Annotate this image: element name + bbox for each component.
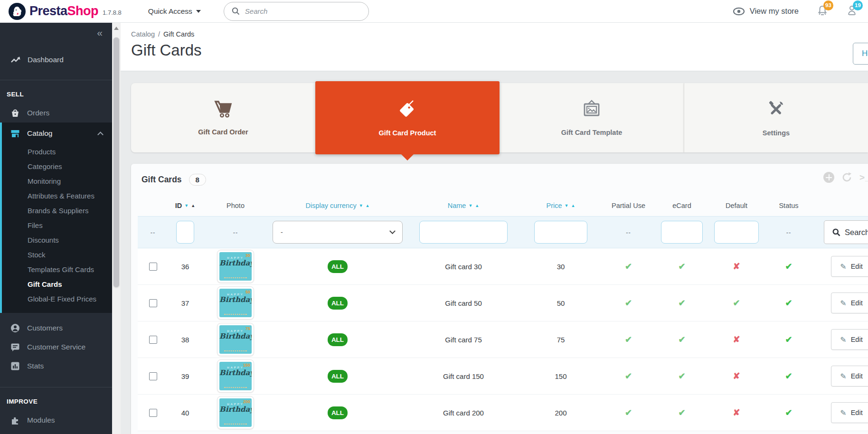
column-header-name[interactable]: Name ▼ ▲ bbox=[406, 202, 520, 209]
sidebar-item-stats[interactable]: Stats bbox=[0, 357, 112, 376]
tab-label: Gift Card Order bbox=[198, 128, 248, 136]
photo-value: 150 bbox=[243, 363, 250, 368]
sort-desc-icon[interactable]: ▼ bbox=[184, 203, 189, 208]
photo-text: Birthday bbox=[219, 406, 252, 413]
filter-price-input[interactable] bbox=[534, 221, 587, 244]
ecard-check-icon: ✔ bbox=[678, 298, 685, 308]
row-checkbox[interactable] bbox=[149, 299, 157, 307]
column-header-currency[interactable]: Display currency ▼ ▲ bbox=[269, 202, 406, 209]
sort-desc-icon[interactable]: ▼ bbox=[565, 203, 569, 208]
chevron-down-icon bbox=[196, 10, 201, 13]
sort-asc-icon[interactable]: ▲ bbox=[571, 203, 576, 208]
status-check-icon[interactable]: ✔ bbox=[785, 371, 792, 381]
store-icon bbox=[10, 129, 20, 138]
sidebar-item-attributes-features[interactable]: Attributes & Features bbox=[2, 189, 112, 203]
tab-gift-card-order[interactable]: Gift Card Order bbox=[131, 83, 315, 152]
sidebar-item-brands-suppliers[interactable]: Brands & Suppliers bbox=[2, 203, 112, 218]
sort-asc-icon[interactable]: ▲ bbox=[475, 203, 479, 208]
filter-id-input[interactable] bbox=[176, 221, 194, 244]
sidebar-item-label: Stats bbox=[27, 362, 44, 370]
edit-label: Edit bbox=[851, 372, 863, 380]
filter-name-input[interactable] bbox=[419, 221, 508, 244]
sidebar-item-customers[interactable]: Customers bbox=[0, 319, 112, 338]
search-button[interactable]: Search bbox=[824, 220, 868, 244]
column-label: eCard bbox=[672, 202, 691, 209]
sidebar-item-label: Modules bbox=[27, 416, 55, 425]
edit-button[interactable]: ✎Edit bbox=[831, 292, 868, 313]
global-search[interactable] bbox=[224, 2, 369, 21]
sort-asc-icon[interactable]: ▲ bbox=[191, 203, 195, 208]
sort-asc-icon[interactable]: ▲ bbox=[366, 203, 370, 208]
row-checkbox[interactable] bbox=[149, 336, 157, 344]
account-button[interactable]: 19 bbox=[846, 5, 858, 18]
puzzle-icon bbox=[10, 415, 20, 425]
breadcrumb: Catalog/Gift Cards bbox=[131, 30, 868, 38]
refresh-icon[interactable] bbox=[841, 171, 853, 183]
view-my-store-link[interactable]: View my store bbox=[733, 7, 799, 16]
table-filter-row: -- -- - -- -- Search bbox=[138, 216, 868, 248]
sort-desc-icon[interactable]: ▼ bbox=[359, 203, 363, 208]
sidebar-item-catalog[interactable]: Catalog bbox=[2, 123, 112, 144]
sql-query-icon[interactable]: >_ bbox=[859, 172, 868, 183]
sidebar-item-modules[interactable]: Modules bbox=[0, 411, 112, 430]
column-header-price[interactable]: Price ▼ ▲ bbox=[520, 202, 601, 209]
tab-label: Gift Card Template bbox=[561, 129, 623, 136]
sort-desc-icon[interactable]: ▼ bbox=[468, 203, 472, 208]
search-input[interactable] bbox=[245, 7, 349, 15]
edit-button[interactable]: ✎Edit bbox=[831, 256, 868, 277]
filter-default-input[interactable] bbox=[714, 221, 759, 244]
sidebar-item-templates-gift-cards[interactable]: Templates Gift Cards bbox=[2, 262, 112, 277]
sidebar-item-stock[interactable]: Stock bbox=[2, 247, 112, 262]
panel-header: Gift Cards 8 >_ bbox=[131, 164, 868, 189]
status-check-icon[interactable]: ✔ bbox=[785, 261, 792, 272]
cell-name: Gift card 50 bbox=[406, 299, 520, 307]
tab-settings[interactable]: Settings bbox=[684, 83, 868, 152]
pencil-icon: ✎ bbox=[840, 408, 846, 417]
scrollbar-thumb[interactable] bbox=[113, 37, 120, 288]
sidebar-item-orders[interactable]: Orders bbox=[0, 104, 112, 123]
status-check-icon[interactable]: ✔ bbox=[785, 407, 792, 418]
sidebar-item-global-e-fixed-prices[interactable]: Global-E Fixed Prices bbox=[2, 292, 112, 306]
notifications-button[interactable]: 93 bbox=[817, 5, 828, 18]
breadcrumb-catalog-link[interactable]: Catalog bbox=[131, 30, 155, 38]
photo-text: Birthday bbox=[219, 296, 252, 303]
prestashop-squirrel-icon bbox=[9, 3, 26, 20]
column-header-id[interactable]: ID ▼ ▲ bbox=[168, 202, 202, 209]
edit-button[interactable]: ✎Edit bbox=[831, 402, 868, 423]
help-button[interactable]: Help bbox=[853, 43, 868, 65]
status-check-icon[interactable]: ✔ bbox=[785, 334, 792, 345]
sidebar-item-monitoring[interactable]: Monitoring bbox=[2, 174, 112, 189]
filter-ecard-input[interactable] bbox=[661, 221, 703, 244]
quick-access-menu[interactable]: Quick Access bbox=[148, 7, 201, 16]
default-cross-icon: ✘ bbox=[733, 407, 740, 418]
edit-label: Edit bbox=[851, 336, 863, 343]
scrollbar-track[interactable] bbox=[112, 23, 121, 434]
sidebar-item-discounts[interactable]: Discounts bbox=[2, 233, 112, 247]
scrollbar-up-arrow[interactable] bbox=[114, 27, 119, 30]
sidebar-item-dashboard[interactable]: Dashboard bbox=[0, 51, 112, 68]
sidebar-item-products[interactable]: Products bbox=[2, 144, 112, 159]
tab-gift-card-template[interactable]: Gift Card Template bbox=[500, 83, 684, 152]
sidebar-item-files[interactable]: Files bbox=[2, 218, 112, 233]
row-checkbox[interactable] bbox=[149, 409, 157, 417]
sidebar-item-categories[interactable]: Categories bbox=[2, 159, 112, 174]
orders-basket-icon bbox=[10, 108, 20, 118]
edit-button[interactable]: ✎Edit bbox=[831, 329, 868, 350]
column-header-partial-use: Partial Use bbox=[601, 202, 656, 209]
sidebar-item-gift-cards[interactable]: Gift Cards bbox=[2, 277, 112, 292]
version-label: 1.7.8.8 bbox=[103, 9, 122, 16]
sidebar-item-label: Customers bbox=[27, 324, 63, 332]
edit-button[interactable]: ✎Edit bbox=[831, 366, 868, 387]
row-checkbox[interactable] bbox=[149, 263, 157, 271]
search-button-label: Search bbox=[845, 228, 868, 237]
tab-gift-card-product[interactable]: Gift Card Product bbox=[315, 81, 500, 154]
brand-shop: Shop bbox=[67, 4, 99, 18]
sidebar-collapse-button[interactable]: « bbox=[0, 23, 112, 43]
column-label: ID bbox=[175, 202, 182, 209]
status-check-icon[interactable]: ✔ bbox=[785, 298, 792, 308]
add-gift-card-button[interactable] bbox=[823, 172, 834, 183]
filter-currency-select[interactable]: - bbox=[273, 221, 403, 244]
brand-presta: Presta bbox=[29, 4, 67, 18]
row-checkbox[interactable] bbox=[149, 372, 157, 380]
sidebar-item-customer-service[interactable]: Customer Service bbox=[0, 338, 112, 357]
